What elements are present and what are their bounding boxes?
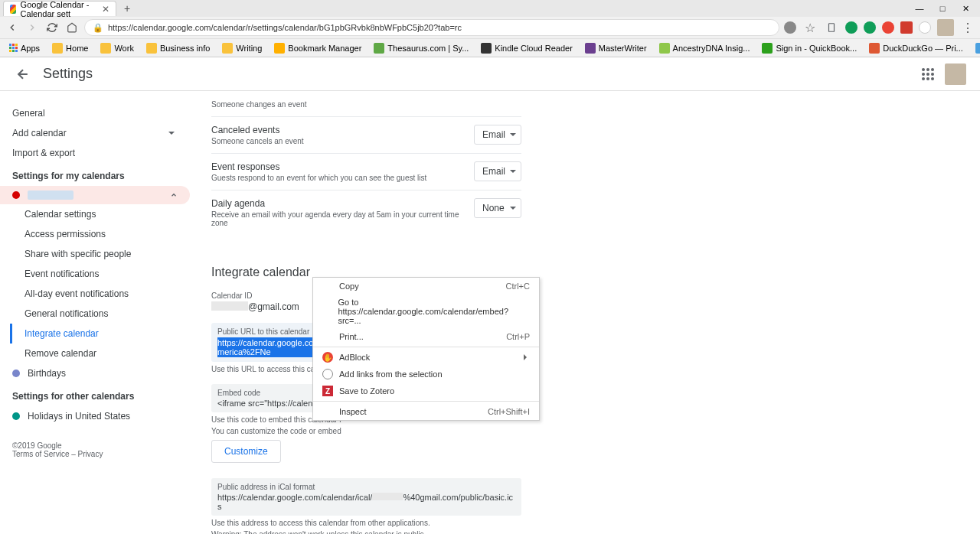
reload-button[interactable] [44, 20, 60, 35]
ical-public-text: https://calendar.google.com/calendar/ica… [217, 493, 515, 511]
bookmark-label: Bookmark Manager [288, 44, 361, 53]
ctx-menu-item[interactable]: ✋AdBlock [313, 349, 539, 366]
bookmark-label: MasterWriter [599, 44, 647, 53]
maximize-button[interactable]: □ [931, 1, 954, 16]
bookmark-item[interactable]: Kindle Cloud Reader [476, 41, 577, 55]
new-tab-button[interactable]: + [119, 2, 135, 15]
home-button[interactable] [64, 20, 80, 35]
address-bar: 🔒 https://calendar.google.com/calendar/r… [0, 17, 980, 38]
folder-icon [52, 43, 63, 54]
bookmark-item[interactable]: Is it up? [971, 41, 980, 55]
ical-public-box[interactable]: Public address in iCal format https://ca… [211, 478, 521, 516]
ext-icon-1[interactable] [845, 21, 858, 34]
sidebar-general[interactable]: General [0, 103, 190, 123]
ctx-menu-item[interactable]: Add links from the selection [313, 366, 539, 383]
bookmark-item[interactable]: Work [96, 41, 138, 55]
context-menu: CopyCtrl+CGo to https://calendar.google.… [312, 277, 540, 421]
settings-back-button[interactable] [14, 65, 32, 83]
url-field[interactable]: 🔒 https://calendar.google.com/calendar/r… [84, 19, 779, 36]
star-icon[interactable]: ☆ [802, 20, 818, 35]
bookmark-item[interactable]: DuckDuckGo — Pri... [864, 41, 968, 55]
adblock-icon: ✋ [322, 352, 333, 363]
sidebar-import-export[interactable]: Import & export [0, 143, 190, 163]
ctx-icon [322, 331, 333, 342]
privacy-link[interactable]: Privacy [78, 450, 103, 458]
notif-select[interactable]: Email [474, 161, 521, 181]
sidebar-sub-item[interactable]: General notifications [10, 304, 196, 324]
folder-icon [222, 43, 233, 54]
bookmark-label: Business info [160, 44, 210, 53]
sidebar-sub-item[interactable]: Integrate calendar [10, 324, 196, 344]
ctx-menu-item[interactable]: ZSave to Zotero [313, 383, 539, 399]
favicon-icon [10, 5, 16, 14]
terms-link[interactable]: Terms of Service [12, 450, 69, 458]
folder-icon [146, 43, 157, 54]
bookmark-item[interactable]: AncestryDNA Insig... [655, 41, 755, 55]
ext-icon-5[interactable] [919, 21, 931, 34]
ical-public-warning: Warning: The address won't work unless t… [211, 530, 521, 534]
bookmark-item[interactable]: Bookmark Manager [270, 41, 366, 55]
my-calendars-heading: Settings for my calendars [0, 163, 196, 186]
sidebar-sub-item[interactable]: All-day event notifications [10, 284, 196, 304]
ctx-menu-item[interactable]: Print...Ctrl+P [313, 328, 539, 345]
account-avatar[interactable] [945, 63, 966, 85]
notif-select[interactable]: Email [474, 125, 521, 145]
bookmark-label: Thesaurus.com | Sy... [387, 44, 469, 53]
bookmark-item[interactable]: Business info [142, 41, 214, 55]
close-window-button[interactable]: ✕ [954, 1, 977, 16]
bookmark-item[interactable]: MasterWriter [580, 41, 652, 55]
holidays-calendar[interactable]: Holidays in United States [0, 406, 190, 426]
sidebar-sub-item[interactable]: Access permissions [10, 224, 196, 244]
notif-select[interactable]: None [474, 198, 521, 218]
sidebar-sub-item[interactable]: Remove calendar [10, 344, 196, 363]
profile-avatar[interactable] [937, 19, 954, 36]
menu-icon[interactable]: ⋮ [960, 20, 975, 35]
notif-sub: Receive an email with your agenda every … [211, 210, 474, 227]
sidebar-sub-item[interactable]: Calendar settings [10, 204, 196, 224]
ext-icon-2[interactable] [864, 21, 876, 34]
sidebar-add-calendar[interactable]: Add calendar [0, 123, 190, 143]
ext-icon-3[interactable] [882, 21, 894, 34]
url-text: https://calendar.google.com/calendar/r/s… [108, 23, 462, 32]
ext-icon-4[interactable] [900, 21, 913, 34]
ctx-label: Copy [339, 282, 359, 291]
minimize-button[interactable]: — [908, 1, 931, 16]
ctx-icon [322, 406, 333, 417]
ctx-label: Inspect [339, 407, 366, 416]
site-icon [481, 43, 492, 54]
apps-launcher-icon[interactable] [922, 68, 934, 80]
bookmark-item[interactable]: Home [47, 41, 93, 55]
notification-row: Someone changes an event [211, 91, 521, 117]
sidebar-sub-item[interactable]: Event notifications [10, 264, 196, 284]
page-title: Settings [43, 66, 93, 82]
ctx-icon [322, 281, 333, 291]
eye-icon[interactable] [784, 21, 796, 34]
field-label: Public address in iCal format [217, 483, 515, 491]
browser-tab[interactable]: Google Calendar - Calendar sett ✕ [3, 1, 116, 16]
bookmark-item[interactable]: Sign in - QuickBook... [757, 41, 861, 55]
ctx-shortcut: Ctrl+P [506, 332, 530, 341]
site-icon [869, 43, 880, 54]
bookmark-item[interactable]: Apps [5, 42, 44, 54]
back-button[interactable] [5, 20, 20, 35]
my-calendar-item[interactable] [0, 186, 190, 204]
ctx-label: Print... [339, 332, 364, 341]
sidebar-sub-item[interactable]: Share with specific people [10, 244, 196, 264]
close-tab-icon[interactable]: ✕ [102, 4, 109, 15]
circle-icon [322, 369, 333, 379]
calendar-label: Holidays in United States [28, 411, 130, 422]
bookmarks-bar: AppsHomeWorkBusiness infoWritingBookmark… [0, 38, 980, 57]
bookmark-item[interactable]: Thesaurus.com | Sy... [369, 41, 473, 55]
ctx-menu-item[interactable]: Go to https://calendar.google.com/calend… [313, 295, 539, 328]
bookmark-label: Home [66, 44, 88, 53]
folder-icon [100, 43, 111, 54]
sidebar-footer: ©2019 Google Terms of Service – Privacy [0, 426, 196, 458]
customize-button[interactable]: Customize [211, 440, 281, 463]
page-icon[interactable] [824, 20, 839, 35]
birthdays-calendar[interactable]: Birthdays [0, 363, 190, 383]
ctx-menu-item[interactable]: CopyCtrl+C [313, 278, 539, 295]
ctx-menu-item[interactable]: InspectCtrl+Shift+I [313, 403, 539, 420]
ctx-label: AdBlock [339, 353, 370, 362]
bookmark-item[interactable]: Writing [217, 41, 266, 55]
forward-button[interactable] [24, 20, 40, 35]
